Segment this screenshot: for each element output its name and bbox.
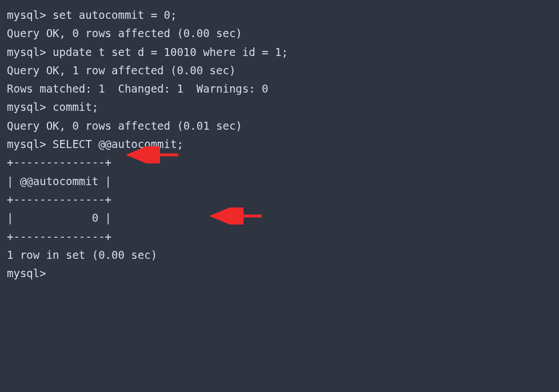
terminal-line: mysql> <box>7 264 552 282</box>
terminal-line: Rows matched: 1 Changed: 1 Warnings: 0 <box>7 79 552 98</box>
terminal-line: | @@autocommit | <box>7 172 552 190</box>
terminal-line: Query OK, 1 row affected (0.00 sec) <box>7 61 552 79</box>
annotation-arrow-icon <box>202 207 265 225</box>
terminal-line: | 0 | <box>7 209 552 227</box>
terminal-line: 1 row in set (0.00 sec) <box>7 246 552 264</box>
terminal-line: mysql> SELECT @@autocommit; <box>7 135 552 153</box>
annotation-arrow-icon <box>118 146 181 163</box>
terminal-line: mysql> commit; <box>7 98 552 116</box>
terminal-line: +--------------+ <box>7 190 552 209</box>
terminal-line: Query OK, 0 rows affected (0.00 sec) <box>7 24 552 42</box>
terminal-line: +--------------+ <box>7 153 552 171</box>
terminal-line: mysql> update t set d = 10010 where id =… <box>7 43 552 61</box>
terminal-line: Query OK, 0 rows affected (0.01 sec) <box>7 117 552 135</box>
terminal-line: +--------------+ <box>7 227 552 246</box>
terminal-line: mysql> set autocommit = 0; <box>7 6 552 24</box>
